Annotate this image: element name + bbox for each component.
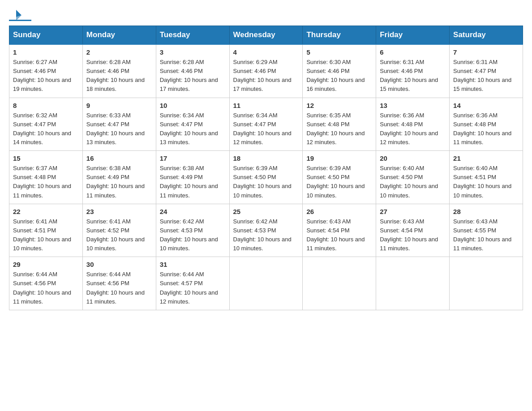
day-info: Sunrise: 6:28 AM Sunset: 4:46 PM Dayligh… bbox=[86, 58, 152, 94]
day-info: Sunrise: 6:41 AM Sunset: 4:51 PM Dayligh… bbox=[13, 217, 79, 253]
day-number: 4 bbox=[233, 48, 299, 56]
day-number: 14 bbox=[453, 102, 519, 109]
calendar-cell: 15 Sunrise: 6:37 AM Sunset: 4:48 PM Dayl… bbox=[9, 151, 83, 204]
calendar-cell: 6 Sunrise: 6:31 AM Sunset: 4:46 PM Dayli… bbox=[376, 44, 450, 98]
calendar-cell: 12 Sunrise: 6:35 AM Sunset: 4:48 PM Dayl… bbox=[303, 98, 376, 151]
calendar-cell: 14 Sunrise: 6:36 AM Sunset: 4:48 PM Dayl… bbox=[450, 98, 523, 151]
day-header-wednesday: Wednesday bbox=[229, 26, 303, 45]
calendar-cell: 31 Sunrise: 6:44 AM Sunset: 4:57 PM Dayl… bbox=[156, 257, 229, 310]
calendar-cell: 4 Sunrise: 6:29 AM Sunset: 4:46 PM Dayli… bbox=[229, 44, 303, 98]
day-info: Sunrise: 6:31 AM Sunset: 4:47 PM Dayligh… bbox=[453, 58, 519, 94]
day-info: Sunrise: 6:39 AM Sunset: 4:50 PM Dayligh… bbox=[306, 164, 372, 200]
day-number: 1 bbox=[13, 48, 79, 56]
calendar-header-row: SundayMondayTuesdayWednesdayThursdayFrid… bbox=[9, 26, 523, 45]
day-info: Sunrise: 6:27 AM Sunset: 4:46 PM Dayligh… bbox=[13, 58, 79, 94]
calendar-cell: 20 Sunrise: 6:40 AM Sunset: 4:50 PM Dayl… bbox=[376, 151, 450, 204]
calendar-cell: 24 Sunrise: 6:42 AM Sunset: 4:53 PM Dayl… bbox=[156, 204, 229, 257]
day-number: 9 bbox=[86, 102, 152, 109]
day-header-tuesday: Tuesday bbox=[156, 26, 229, 45]
calendar-week-4: 22 Sunrise: 6:41 AM Sunset: 4:51 PM Dayl… bbox=[9, 204, 523, 257]
day-number: 26 bbox=[306, 208, 372, 215]
logo bbox=[9, 9, 33, 21]
calendar-week-5: 29 Sunrise: 6:44 AM Sunset: 4:56 PM Dayl… bbox=[9, 257, 523, 310]
day-number: 11 bbox=[233, 102, 299, 109]
day-number: 25 bbox=[233, 208, 299, 215]
day-info: Sunrise: 6:36 AM Sunset: 4:48 PM Dayligh… bbox=[453, 111, 519, 147]
calendar-cell: 8 Sunrise: 6:32 AM Sunset: 4:47 PM Dayli… bbox=[9, 98, 83, 151]
calendar-cell bbox=[229, 257, 303, 310]
calendar-week-2: 8 Sunrise: 6:32 AM Sunset: 4:47 PM Dayli… bbox=[9, 98, 523, 151]
calendar-cell: 5 Sunrise: 6:30 AM Sunset: 4:46 PM Dayli… bbox=[303, 44, 376, 98]
calendar-cell: 11 Sunrise: 6:34 AM Sunset: 4:47 PM Dayl… bbox=[229, 98, 303, 151]
calendar-cell: 17 Sunrise: 6:38 AM Sunset: 4:49 PM Dayl… bbox=[156, 151, 229, 204]
calendar-cell: 18 Sunrise: 6:39 AM Sunset: 4:50 PM Dayl… bbox=[229, 151, 303, 204]
day-info: Sunrise: 6:40 AM Sunset: 4:50 PM Dayligh… bbox=[380, 164, 446, 200]
calendar-week-3: 15 Sunrise: 6:37 AM Sunset: 4:48 PM Dayl… bbox=[9, 151, 523, 204]
day-header-sunday: Sunday bbox=[9, 26, 83, 45]
day-info: Sunrise: 6:28 AM Sunset: 4:46 PM Dayligh… bbox=[160, 58, 226, 94]
day-info: Sunrise: 6:36 AM Sunset: 4:48 PM Dayligh… bbox=[380, 111, 446, 147]
calendar-cell: 2 Sunrise: 6:28 AM Sunset: 4:46 PM Dayli… bbox=[82, 44, 156, 98]
calendar-cell: 21 Sunrise: 6:40 AM Sunset: 4:51 PM Dayl… bbox=[450, 151, 523, 204]
calendar-cell: 22 Sunrise: 6:41 AM Sunset: 4:51 PM Dayl… bbox=[9, 204, 83, 257]
calendar-cell: 27 Sunrise: 6:43 AM Sunset: 4:54 PM Dayl… bbox=[376, 204, 450, 257]
day-info: Sunrise: 6:40 AM Sunset: 4:51 PM Dayligh… bbox=[453, 164, 519, 200]
calendar-cell: 16 Sunrise: 6:38 AM Sunset: 4:49 PM Dayl… bbox=[82, 151, 156, 204]
calendar-cell: 30 Sunrise: 6:44 AM Sunset: 4:56 PM Dayl… bbox=[82, 257, 156, 310]
calendar-cell: 10 Sunrise: 6:34 AM Sunset: 4:47 PM Dayl… bbox=[156, 98, 229, 151]
calendar-cell: 29 Sunrise: 6:44 AM Sunset: 4:56 PM Dayl… bbox=[9, 257, 83, 310]
day-number: 21 bbox=[453, 154, 519, 162]
calendar-cell: 3 Sunrise: 6:28 AM Sunset: 4:46 PM Dayli… bbox=[156, 44, 229, 98]
day-info: Sunrise: 6:43 AM Sunset: 4:54 PM Dayligh… bbox=[306, 217, 372, 253]
day-number: 24 bbox=[160, 208, 226, 215]
day-info: Sunrise: 6:38 AM Sunset: 4:49 PM Dayligh… bbox=[160, 164, 226, 200]
day-number: 20 bbox=[380, 154, 446, 162]
day-info: Sunrise: 6:34 AM Sunset: 4:47 PM Dayligh… bbox=[233, 111, 299, 147]
day-number: 31 bbox=[160, 261, 226, 268]
day-number: 28 bbox=[453, 208, 519, 215]
day-info: Sunrise: 6:31 AM Sunset: 4:46 PM Dayligh… bbox=[380, 58, 446, 94]
day-info: Sunrise: 6:37 AM Sunset: 4:48 PM Dayligh… bbox=[13, 164, 79, 200]
calendar-cell: 19 Sunrise: 6:39 AM Sunset: 4:50 PM Dayl… bbox=[303, 151, 376, 204]
day-number: 18 bbox=[233, 154, 299, 162]
day-number: 27 bbox=[380, 208, 446, 215]
page-header bbox=[9, 9, 523, 21]
day-number: 6 bbox=[380, 48, 446, 56]
day-number: 30 bbox=[86, 261, 152, 268]
calendar-body: 1 Sunrise: 6:27 AM Sunset: 4:46 PM Dayli… bbox=[9, 44, 523, 310]
day-info: Sunrise: 6:35 AM Sunset: 4:48 PM Dayligh… bbox=[306, 111, 372, 147]
day-info: Sunrise: 6:42 AM Sunset: 4:53 PM Dayligh… bbox=[233, 217, 299, 253]
day-info: Sunrise: 6:44 AM Sunset: 4:57 PM Dayligh… bbox=[160, 270, 226, 306]
calendar-cell bbox=[450, 257, 523, 310]
day-info: Sunrise: 6:43 AM Sunset: 4:55 PM Dayligh… bbox=[453, 217, 519, 253]
day-number: 3 bbox=[160, 48, 226, 56]
day-header-saturday: Saturday bbox=[450, 26, 523, 45]
day-number: 17 bbox=[160, 154, 226, 162]
day-info: Sunrise: 6:32 AM Sunset: 4:47 PM Dayligh… bbox=[13, 111, 79, 147]
day-info: Sunrise: 6:39 AM Sunset: 4:50 PM Dayligh… bbox=[233, 164, 299, 200]
day-number: 8 bbox=[13, 102, 79, 109]
day-number: 7 bbox=[453, 48, 519, 56]
day-info: Sunrise: 6:42 AM Sunset: 4:53 PM Dayligh… bbox=[160, 217, 226, 253]
day-info: Sunrise: 6:43 AM Sunset: 4:54 PM Dayligh… bbox=[380, 217, 446, 253]
calendar-cell: 23 Sunrise: 6:41 AM Sunset: 4:52 PM Dayl… bbox=[82, 204, 156, 257]
day-info: Sunrise: 6:41 AM Sunset: 4:52 PM Dayligh… bbox=[86, 217, 152, 253]
day-number: 16 bbox=[86, 154, 152, 162]
day-number: 22 bbox=[13, 208, 79, 215]
day-info: Sunrise: 6:38 AM Sunset: 4:49 PM Dayligh… bbox=[86, 164, 152, 200]
calendar-cell bbox=[376, 257, 450, 310]
calendar-table: SundayMondayTuesdayWednesdayThursdayFrid… bbox=[9, 26, 523, 310]
calendar-cell: 7 Sunrise: 6:31 AM Sunset: 4:47 PM Dayli… bbox=[450, 44, 523, 98]
calendar-cell: 9 Sunrise: 6:33 AM Sunset: 4:47 PM Dayli… bbox=[82, 98, 156, 151]
calendar-cell: 13 Sunrise: 6:36 AM Sunset: 4:48 PM Dayl… bbox=[376, 98, 450, 151]
calendar-cell: 1 Sunrise: 6:27 AM Sunset: 4:46 PM Dayli… bbox=[9, 44, 83, 98]
day-info: Sunrise: 6:29 AM Sunset: 4:46 PM Dayligh… bbox=[233, 58, 299, 94]
day-number: 5 bbox=[306, 48, 372, 56]
day-number: 15 bbox=[13, 154, 79, 162]
day-number: 13 bbox=[380, 102, 446, 109]
day-header-friday: Friday bbox=[376, 26, 450, 45]
day-number: 2 bbox=[86, 48, 152, 56]
day-number: 12 bbox=[306, 102, 372, 109]
calendar-cell: 28 Sunrise: 6:43 AM Sunset: 4:55 PM Dayl… bbox=[450, 204, 523, 257]
day-info: Sunrise: 6:33 AM Sunset: 4:47 PM Dayligh… bbox=[86, 111, 152, 147]
